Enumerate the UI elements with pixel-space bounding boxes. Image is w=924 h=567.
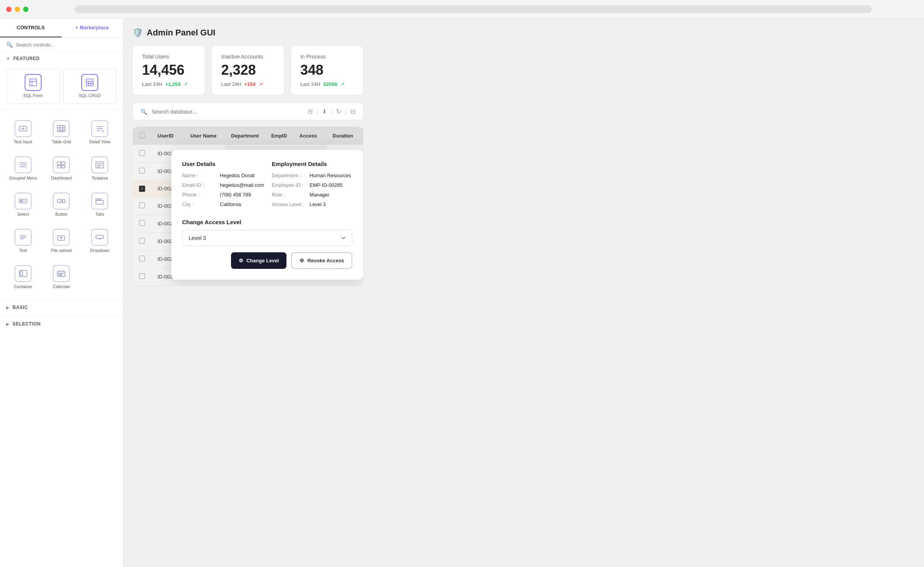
maximize-button[interactable] <box>23 7 28 12</box>
phone-label: Phone : <box>182 192 217 198</box>
control-table-grid[interactable]: Table Grid <box>43 115 80 149</box>
revoke-access-label: Revoke Access <box>307 258 344 263</box>
control-tabs[interactable]: Tabs <box>81 187 118 222</box>
textarea-label: Textarea <box>92 176 108 180</box>
control-grouped-menu[interactable]: Grouped Menu <box>5 151 42 186</box>
tabs-icon <box>91 193 108 210</box>
control-select[interactable]: Select <box>5 187 42 222</box>
dashboard-label: Dashboard <box>51 176 72 180</box>
textarea-icon <box>91 156 108 173</box>
stat-in-process-label: In Process <box>300 54 354 60</box>
search-actions: ⊟ | ⬇ | ↻ | ⊟ <box>308 108 355 115</box>
stat-in-process-change: $2056 <box>323 81 337 87</box>
titlebar-search-bar <box>75 5 872 13</box>
refresh-icon[interactable]: ↻ <box>336 108 341 115</box>
container-icon <box>15 265 32 282</box>
sidebar-tabs: CONTROLS + Markerplace <box>0 18 123 38</box>
control-file-upload[interactable]: File upload <box>43 223 80 258</box>
sql-crud-label: SQL CRUD <box>79 93 100 98</box>
svg-rect-47 <box>57 271 65 277</box>
titlebar <box>0 0 924 18</box>
file-upload-icon <box>53 229 70 246</box>
stat-inactive-period: Last 24H <box>221 81 241 87</box>
sql-form-icon <box>25 74 42 91</box>
tabs-label: Tabs <box>95 212 104 216</box>
field-city: City : California <box>182 201 264 207</box>
control-detail-view[interactable]: Detail View <box>81 115 118 149</box>
stat-inactive-accounts: Inactive Accounts 2,328 Last 24H +154 ↗ <box>211 45 284 95</box>
dept-label: Department : <box>272 173 306 178</box>
stat-inactive-change: +154 <box>244 81 256 87</box>
stat-total-users-value: 14,456 <box>142 62 196 78</box>
control-textarea[interactable]: Textarea <box>81 151 118 186</box>
level-select[interactable]: Level 1 Level 2 Level 3 Level 4 Level 5 <box>182 230 352 246</box>
control-dashboard[interactable]: Dashboard <box>43 151 80 186</box>
stats-row: Total Users 14,456 Last 24H +1,254 ↗ Ina… <box>132 45 363 95</box>
filter-icon[interactable]: ⊟ <box>308 108 313 115</box>
control-text[interactable]: Text <box>5 223 42 258</box>
search-icon-main: 🔍 <box>141 109 147 115</box>
revoke-access-icon: ⚙ <box>300 258 304 263</box>
control-sql-form[interactable]: SQL Form <box>6 68 60 104</box>
stat-total-users-label: Total Users <box>142 54 196 60</box>
control-text-input[interactable]: Text Input <box>5 115 42 149</box>
close-button[interactable] <box>6 7 12 12</box>
svg-rect-52 <box>61 274 62 275</box>
field-phone: Phone : (708) 456 789 <box>182 192 264 198</box>
advanced-filter-icon[interactable]: ⊟ <box>350 108 355 115</box>
sql-form-label: SQL Form <box>23 93 43 98</box>
minimize-button[interactable] <box>15 7 20 12</box>
tab-controls[interactable]: CONTROLS <box>0 18 62 37</box>
section-header-basic[interactable]: ▶ BASIC <box>0 301 123 314</box>
stat-total-users: Total Users 14,456 Last 24H +1,254 ↗ <box>132 45 205 95</box>
svg-rect-11 <box>57 126 65 132</box>
user-detail-popup: User Details Name : Hegedüs Donát Email-… <box>171 150 363 280</box>
dropdown-icon <box>91 229 108 246</box>
stat-in-process-period: Last 24H <box>300 81 320 87</box>
svg-rect-38 <box>99 199 101 200</box>
search-input[interactable] <box>16 42 117 48</box>
field-role: Role : Manager <box>272 192 352 198</box>
control-sql-crud[interactable]: SQL CRUD <box>63 68 117 104</box>
select-label: Select <box>17 212 29 216</box>
detail-view-label: Detail View <box>89 139 110 144</box>
control-dropdown[interactable]: Dropdown <box>81 223 118 258</box>
stat-in-process-value: 348 <box>300 62 354 78</box>
sidebar-search-container: 🔍 <box>0 38 123 52</box>
change-level-button[interactable]: ⚙ Change Level <box>231 252 287 269</box>
control-button[interactable]: Button <box>43 187 80 222</box>
control-container[interactable]: Container <box>5 260 42 294</box>
svg-rect-24 <box>57 166 61 168</box>
dropdown-label: Dropdown <box>90 248 109 253</box>
sidebar: CONTROLS + Markerplace 🔍 ▼ FEATURED <box>0 18 123 567</box>
svg-rect-23 <box>62 162 65 165</box>
traffic-lights <box>6 7 28 12</box>
access-level-value: Level 3 <box>310 201 326 207</box>
main-content: 🛡️ Admin Panel GUI Total Users 14,456 La… <box>123 18 373 567</box>
field-dept: Department : Human Resources <box>272 173 352 178</box>
database-search-input[interactable] <box>152 109 303 115</box>
select-icon <box>15 193 32 210</box>
chevron-right-icon: ▶ <box>6 305 10 310</box>
svg-rect-0 <box>30 79 37 86</box>
section-header-selection[interactable]: ▶ SELECTION <box>0 317 123 330</box>
field-email: Email-ID : hegedus@mail.com <box>182 182 264 188</box>
stat-in-process-footer: Last 24H $2056 ↗ <box>300 81 354 87</box>
stat-total-users-change: +1,254 <box>165 81 181 87</box>
download-icon[interactable]: ⬇ <box>322 108 327 115</box>
change-level-label: Change Level <box>246 258 279 263</box>
button-label: Button <box>55 212 68 216</box>
text-input-icon <box>15 120 32 137</box>
tab-marketplace[interactable]: + Markerplace <box>62 18 123 37</box>
svg-rect-25 <box>62 166 65 168</box>
control-calendar[interactable]: Calendar <box>43 260 80 294</box>
section-header-featured[interactable]: ▼ FEATURED <box>0 52 123 65</box>
detail-view-icon <box>91 120 108 137</box>
trend-down-icon: ↗ <box>259 81 263 87</box>
section-label-featured: FEATURED <box>13 56 39 61</box>
revoke-access-button[interactable]: ⚙ Revoke Access <box>291 252 352 269</box>
email-value: hegedus@mail.com <box>220 182 264 188</box>
calendar-icon <box>53 265 70 282</box>
change-access-title: Change Access Level <box>182 219 352 225</box>
email-label: Email-ID : <box>182 182 217 188</box>
